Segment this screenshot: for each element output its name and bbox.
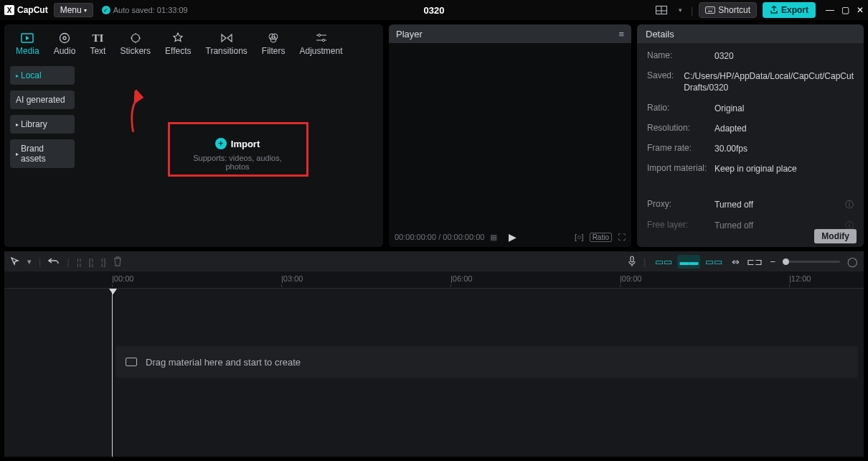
trim-right-icon[interactable]: ¦] <box>101 256 106 267</box>
svg-point-5 <box>709 8 709 9</box>
detail-label-proxy: Proxy: <box>647 199 714 211</box>
zoom-slider[interactable] <box>783 261 840 263</box>
timeline-drop-zone[interactable]: Drag material here and start to create <box>115 346 858 378</box>
modify-button[interactable]: Modify <box>814 229 857 243</box>
play-button[interactable]: ▶ <box>509 231 516 243</box>
adjustment-icon <box>316 32 327 45</box>
app-name: CapCut <box>17 5 48 15</box>
ruler-tick: |12:00 <box>789 274 811 283</box>
tab-effects[interactable]: Effects <box>158 29 198 60</box>
text-icon: TI <box>92 32 103 45</box>
snap-icon[interactable]: ⊏⊐ <box>747 256 763 267</box>
close-button[interactable]: ✕ <box>857 5 864 15</box>
svg-rect-24 <box>631 256 633 262</box>
menu-button[interactable]: Menu ▾ <box>54 3 93 17</box>
capcut-logo-icon: X <box>4 5 14 15</box>
delete-icon[interactable] <box>113 256 122 266</box>
layout-icon[interactable] <box>653 4 670 16</box>
svg-point-6 <box>711 8 712 9</box>
minimize-button[interactable]: — <box>826 5 834 15</box>
playhead[interactable] <box>112 290 113 457</box>
track-toggle-group: ▭▭ ▬▬ ▭▭ <box>653 255 725 269</box>
player-time: 00:00:00:00 / 00:00:00:00 <box>395 233 484 241</box>
detail-label-framerate: Frame rate: <box>647 143 714 154</box>
import-subtext: Supports: videos, audios, photos <box>184 154 291 171</box>
detail-value-ratio: Original <box>714 103 854 114</box>
title-bar: X CapCut Menu ▾ ✓ Auto saved: 01:33:09 0… <box>0 0 868 20</box>
caret-icon: ▸ <box>16 121 19 128</box>
tab-transitions[interactable]: Transitions <box>199 29 255 60</box>
svg-point-4 <box>707 8 708 9</box>
grid-icon[interactable]: ▦ <box>490 233 497 242</box>
detail-value-framerate: 30.00fps <box>714 143 854 154</box>
chevron-down-icon[interactable]: ▾ <box>27 257 32 266</box>
maximize-button[interactable]: ▢ <box>841 5 849 15</box>
svg-point-23 <box>322 39 324 41</box>
scale-icon[interactable]: [○] <box>575 233 584 241</box>
media-sidebar: ▸Local AI generated ▸Library ▸Brand asse… <box>4 60 80 247</box>
effects-icon <box>172 32 184 45</box>
audio-icon <box>59 32 70 45</box>
import-button[interactable]: +Import Supports: videos, audios, photos <box>177 128 298 181</box>
track-view-1[interactable]: ▭▭ <box>653 255 674 269</box>
chevron-down-icon: ▾ <box>84 7 87 14</box>
detail-label-resolution: Resolution: <box>647 123 714 134</box>
player-menu-icon[interactable]: ≡ <box>618 29 624 39</box>
stickers-icon <box>130 32 141 45</box>
project-title: 0320 <box>424 5 445 16</box>
detail-value-saved: C:/Users/HP/AppData/Local/CapCut/CapCut … <box>684 70 854 93</box>
keyboard-icon <box>705 6 715 14</box>
autosave-status: ✓ Auto saved: 01:33:09 <box>102 6 188 14</box>
svg-rect-8 <box>708 11 712 11</box>
annotation-arrow-icon <box>106 89 163 146</box>
zoom-fit-icon[interactable]: ◯ <box>847 256 858 267</box>
timeline-ruler[interactable]: |00:00 |03:00 |06:00 |09:00 |12:00 <box>4 271 864 289</box>
sidebar-item-ai-generated[interactable]: AI generated <box>10 90 75 109</box>
detail-label-import-material: Import material: <box>647 163 714 174</box>
trim-left-icon[interactable]: [¦ <box>89 256 94 267</box>
caret-icon: ▸ <box>16 151 19 157</box>
import-area[interactable]: +Import Supports: videos, audios, photos <box>80 60 383 247</box>
details-panel: Details Name:0320 Saved:C:/Users/HP/AppD… <box>637 24 864 247</box>
player-title: Player <box>396 29 423 39</box>
timeline-tracks[interactable]: Drag material here and start to create <box>4 289 864 457</box>
detail-value-name: 0320 <box>714 50 854 62</box>
export-icon <box>770 6 778 14</box>
align-icon[interactable]: ⇔ <box>732 256 740 267</box>
tab-filters[interactable]: Filters <box>255 29 293 60</box>
track-view-3[interactable]: ▭▭ <box>703 255 725 269</box>
caret-icon: ▸ <box>16 73 19 79</box>
timeline-toolbar: ▾ | | ¦¦ [¦ ¦] | ▭▭ ▬▬ ▭▭ ⇔ ⊏⊐ − ◯ <box>4 251 864 271</box>
tab-audio[interactable]: Audio <box>47 29 83 60</box>
tab-stickers[interactable]: Stickers <box>113 29 158 60</box>
svg-point-11 <box>63 37 66 39</box>
ruler-tick: |06:00 <box>450 274 472 283</box>
sidebar-item-brand-assets[interactable]: ▸Brand assets <box>10 139 75 168</box>
detail-value-proxy: Turned off <box>714 199 845 211</box>
mic-icon[interactable] <box>628 256 636 267</box>
sidebar-item-library[interactable]: ▸Library <box>10 115 75 134</box>
chevron-down-small-icon[interactable]: ▾ <box>676 5 685 15</box>
track-view-2[interactable]: ▬▬ <box>677 255 700 269</box>
shortcut-button[interactable]: Shortcut <box>699 2 757 18</box>
export-button[interactable]: Export <box>763 2 816 18</box>
info-icon[interactable]: ⓘ <box>845 199 854 211</box>
player-panel: Player ≡ 00:00:00:00 / 00:00:00:00 ▦ ▶ [… <box>389 24 631 247</box>
sidebar-item-local[interactable]: ▸Local <box>10 66 75 85</box>
app-logo: X CapCut <box>4 5 48 15</box>
split-tool-icon[interactable]: ¦¦ <box>77 256 82 267</box>
fullscreen-icon[interactable]: ⛶ <box>618 233 626 241</box>
ruler-tick: |00:00 <box>112 274 133 283</box>
ratio-button[interactable]: Ratio <box>590 233 612 242</box>
tab-adjustment[interactable]: Adjustment <box>292 29 349 60</box>
undo-button[interactable] <box>48 257 60 266</box>
zoom-out-icon[interactable]: − <box>770 256 775 267</box>
svg-point-10 <box>60 34 70 43</box>
detail-value-resolution: Adapted <box>714 123 854 134</box>
detail-label-saved: Saved: <box>647 70 684 93</box>
tab-media[interactable]: Media <box>9 29 47 60</box>
media-icon <box>21 32 34 45</box>
tab-text[interactable]: TI Text <box>82 29 113 60</box>
cursor-tool-icon[interactable] <box>10 256 20 266</box>
player-viewport[interactable]: 00:00:00:00 / 00:00:00:00 ▦ ▶ [○] Ratio … <box>389 43 631 247</box>
